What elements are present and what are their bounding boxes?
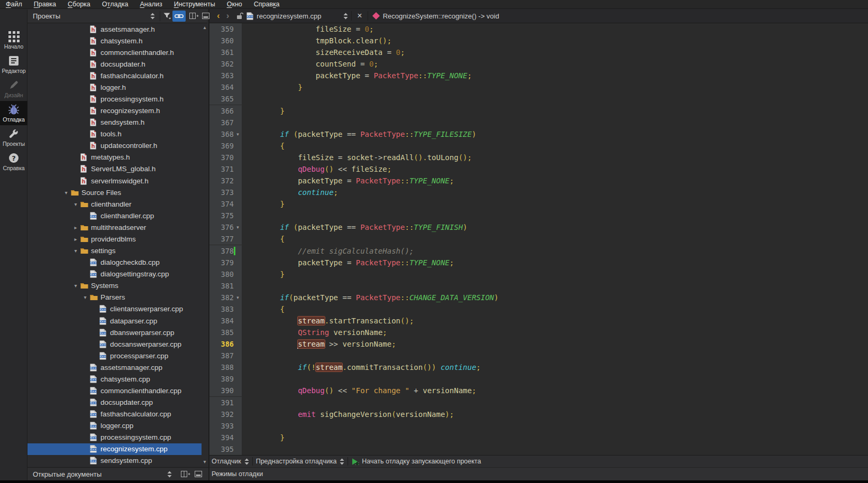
tree-item[interactable]: hupdatecontroller.h	[28, 140, 202, 152]
line-number-gutter[interactable]: 394	[209, 432, 242, 443]
code-text[interactable]: QString versionName;	[242, 327, 387, 338]
sort-updown-icon[interactable]	[343, 13, 348, 20]
line-number-gutter[interactable]: 363	[209, 70, 242, 81]
line-number-gutter[interactable]: 369	[209, 140, 242, 152]
line-number[interactable]: 391	[209, 398, 234, 407]
line-number-gutter[interactable]: 377	[209, 233, 242, 245]
line-number-gutter[interactable]: 359	[209, 23, 242, 35]
tree-item[interactable]: hsendsystem.h	[28, 117, 202, 128]
line-number[interactable]: 373	[209, 188, 234, 197]
code-text[interactable]	[242, 280, 244, 292]
line-number-gutter[interactable]: 384	[209, 315, 242, 327]
tree-item[interactable]: C++docsupdater.cpp	[28, 397, 202, 408]
tree-item[interactable]: C++docsanswerparser.cpp	[28, 338, 202, 350]
code-line[interactable]: 370 fileSize = socket->readAll().toULong…	[209, 152, 868, 163]
code-line[interactable]: 382▾ if(packetType == PacketType::CHANGE…	[209, 292, 868, 303]
code-text[interactable]: }	[242, 81, 303, 93]
code-line[interactable]: 371 qDebug() << fileSize;	[209, 163, 868, 175]
line-number-gutter[interactable]: 375	[209, 210, 242, 221]
sort-updown-icon[interactable]	[150, 13, 155, 20]
code-line[interactable]: 372 packetType = PacketType::TYPE_NONE;	[209, 175, 868, 187]
line-number-gutter[interactable]: 382▾	[209, 292, 242, 303]
line-number[interactable]: 365	[209, 95, 234, 103]
fold-arrow-icon[interactable]: ▾	[234, 225, 242, 230]
line-number-gutter[interactable]: 374	[209, 198, 242, 210]
menu-инструменты[interactable]: Инструменты	[168, 0, 221, 8]
mode-debug[interactable]: Отладка	[0, 101, 28, 125]
line-number[interactable]: 394	[209, 433, 234, 442]
code-text[interactable]: fileSize = 0;	[242, 23, 373, 35]
code-text[interactable]: }	[242, 198, 285, 210]
code-line[interactable]: 386 stream >> versionName;	[209, 338, 868, 350]
tree-item[interactable]: hmetatypes.h	[28, 152, 202, 163]
line-number[interactable]: 387	[209, 351, 234, 360]
start-debug-button[interactable]: Начать отладку запускающего проекта	[362, 458, 481, 465]
close-panel-icon[interactable]	[195, 471, 202, 477]
line-number[interactable]: 376	[209, 223, 234, 231]
code-line[interactable]: 369 {	[209, 140, 868, 152]
line-number[interactable]: 367	[209, 118, 234, 127]
line-number-gutter[interactable]: 389	[209, 373, 242, 385]
code-line[interactable]: 390 qDebug() << "For change " + versionN…	[209, 385, 868, 396]
line-number[interactable]: 393	[209, 422, 234, 430]
line-number-gutter[interactable]: 395	[209, 443, 242, 455]
code-text[interactable]	[242, 420, 244, 432]
fold-arrow-icon[interactable]: ▾	[234, 132, 242, 137]
code-line[interactable]: 380 }	[209, 268, 868, 280]
line-number-gutter[interactable]: 388	[209, 361, 242, 373]
tree-item[interactable]: C++sendsystem.cpp	[28, 455, 202, 467]
line-number[interactable]: 383	[209, 305, 234, 313]
tree-item[interactable]: ▾settings	[28, 245, 202, 257]
code-line[interactable]: 368▾ if (packetType == PacketType::TYPE_…	[209, 128, 868, 140]
debugger-preset-combo[interactable]: Преднастройка отладчика	[256, 458, 337, 465]
sort-updown-icon[interactable]	[167, 471, 172, 478]
tree-item[interactable]: C++dbanswerparser.cpp	[28, 327, 202, 338]
line-number-gutter[interactable]: 380	[209, 268, 242, 280]
menu-окно[interactable]: Окно	[221, 0, 248, 8]
line-number[interactable]: 371	[209, 165, 234, 173]
menu-справка[interactable]: Справка	[248, 0, 286, 8]
line-number-gutter[interactable]: 370	[209, 152, 242, 163]
tree-item[interactable]: C++chatsystem.cpp	[28, 373, 202, 385]
tree-item[interactable]: hfasthashcalculator.h	[28, 70, 202, 81]
tree-item[interactable]: C++commonclienthandler.cpp	[28, 385, 202, 396]
code-line[interactable]: 387	[209, 350, 868, 361]
line-number-gutter[interactable]: 366	[209, 105, 242, 117]
open-documents-title[interactable]: Открытые документы	[33, 470, 102, 478]
line-number-gutter[interactable]: 376▾	[209, 221, 242, 233]
code-line[interactable]: 394 }	[209, 432, 868, 443]
menu-анализ[interactable]: Анализ	[134, 0, 168, 8]
tree-item[interactable]: ▾Source Files	[28, 187, 202, 198]
menu-отладка[interactable]: Отладка	[96, 0, 134, 8]
sort-updown-icon[interactable]	[340, 458, 344, 465]
debugger-combo[interactable]: Отладчик	[212, 458, 241, 465]
code-text[interactable]: packetType = PacketType::TYPE_NONE;	[242, 175, 454, 187]
code-text[interactable]: stream.startTransaction();	[242, 315, 414, 327]
panel-title[interactable]: Проекты	[33, 12, 60, 20]
line-number-gutter[interactable]: 365	[209, 93, 242, 105]
fold-arrow-icon[interactable]: ▾	[234, 295, 242, 300]
tree-item[interactable]: C++fasthashcalculator.cpp	[28, 408, 202, 420]
tree-item[interactable]: hlogger.h	[28, 81, 202, 93]
chevron-right-icon[interactable]: ▸	[71, 225, 80, 230]
code-line[interactable]: 364 }	[209, 81, 868, 93]
code-line[interactable]: 361 sizeReceiveData = 0;	[209, 47, 868, 58]
code-text[interactable]: if(packetType == PacketType::CHANGE_DATA…	[242, 292, 499, 303]
code-text[interactable]: if (packetType == PacketType::TYPE_FINIS…	[242, 221, 468, 233]
tab-filename[interactable]: recognizesystem.cpp	[257, 12, 340, 20]
line-number-gutter[interactable]: 391	[209, 397, 242, 408]
code-area[interactable]: 359 fileSize = 0;360 tmpBlock.clear();36…	[209, 23, 868, 455]
tree-item[interactable]: ▸providerdblms	[28, 233, 202, 245]
line-number[interactable]: 381	[209, 282, 234, 290]
code-line[interactable]: 379 packetType = PacketType::TYPE_NONE;	[209, 257, 868, 268]
line-number[interactable]: 372	[209, 177, 234, 185]
code-text[interactable]: if (packetType == PacketType::TYPE_FILES…	[242, 128, 476, 140]
code-text[interactable]: }	[242, 432, 285, 443]
code-text[interactable]	[242, 373, 244, 385]
code-text[interactable]: tmpBlock.clear();	[242, 35, 391, 47]
code-text[interactable]	[242, 210, 244, 221]
filter-icon[interactable]	[163, 13, 171, 20]
back-icon[interactable]: ‹	[214, 11, 223, 21]
code-text[interactable]: qDebug() << "For change " + versionName;	[242, 385, 476, 396]
tree-item[interactable]: hassetsmanager.h	[28, 23, 202, 35]
